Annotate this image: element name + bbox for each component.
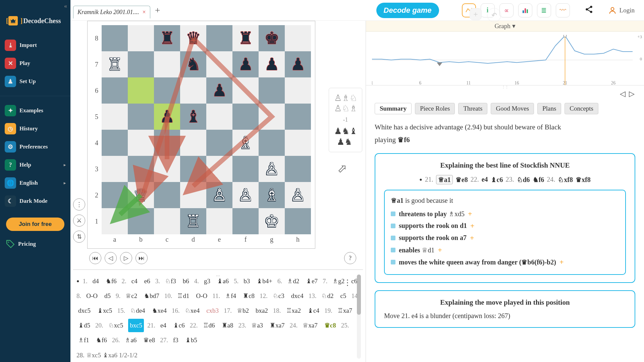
move[interactable]: ♘de4 xyxy=(128,304,147,317)
logo[interactable]: [ ] DecodeChess xyxy=(0,0,70,34)
fish-icon[interactable]: ∝ xyxy=(499,3,514,17)
move[interactable]: f3 xyxy=(171,334,180,347)
move[interactable]: bxc5 xyxy=(128,319,144,332)
square-g3[interactable]: ♙ xyxy=(259,156,285,182)
expand-icon[interactable]: + xyxy=(559,258,564,266)
move[interactable]: d4 xyxy=(91,275,101,288)
move[interactable]: ♗f1 xyxy=(76,334,91,347)
expand-icon[interactable]: + xyxy=(470,222,475,230)
square-f1[interactable] xyxy=(232,208,259,234)
square-e2[interactable]: ♙ xyxy=(206,182,232,208)
sidebar-pricing[interactable]: Pricing xyxy=(0,236,70,252)
move[interactable]: ♘xe4 xyxy=(183,304,201,317)
move[interactable]: c4 xyxy=(130,275,139,288)
nav-last-icon[interactable]: ⏭ xyxy=(136,252,148,264)
square-g7[interactable]: ♟ xyxy=(259,51,285,77)
expand-icon[interactable]: + xyxy=(470,234,474,242)
move[interactable]: g3 xyxy=(202,275,212,288)
move[interactable]: ♖xa7 xyxy=(336,304,354,317)
join-button[interactable]: Join for free xyxy=(6,218,64,231)
square-c7[interactable] xyxy=(154,51,180,77)
reason-item[interactable]: supports the rook on d1+ xyxy=(391,220,619,232)
square-d4[interactable] xyxy=(180,130,206,156)
move[interactable]: dxc4 xyxy=(289,289,305,303)
square-h7[interactable]: ♟ xyxy=(285,51,311,77)
move[interactable]: b6 xyxy=(181,275,191,288)
tab-concepts[interactable]: Concepts xyxy=(565,103,598,114)
square-h4[interactable] xyxy=(285,130,311,156)
scrollbar-thumb[interactable] xyxy=(357,275,361,315)
tab-piece-roles[interactable]: Piece Roles xyxy=(415,103,455,114)
move[interactable]: ♞bd7 xyxy=(142,289,161,303)
best-move[interactable]: ♛e8 xyxy=(455,176,468,184)
best-move[interactable]: ♘d6 xyxy=(517,176,530,184)
move[interactable]: ♝c6 xyxy=(171,319,186,332)
login-button[interactable]: Login xyxy=(608,6,635,15)
square-f8[interactable]: ♜ xyxy=(232,25,259,51)
square-e6[interactable]: ♟ xyxy=(206,77,232,104)
tab-plans[interactable]: Plans xyxy=(537,103,561,114)
best-move[interactable]: ♛xf8 xyxy=(576,176,591,184)
move[interactable]: ♞f6 xyxy=(104,275,118,288)
sidebar-language[interactable]: 🌐English▸ xyxy=(0,174,70,192)
move[interactable]: ♝b5 xyxy=(183,334,199,347)
square-f6[interactable] xyxy=(232,77,259,104)
square-d8[interactable]: ♛ xyxy=(180,25,206,51)
step-next-icon[interactable]: ▷ xyxy=(629,89,635,98)
move[interactable]: ♕a3 xyxy=(250,319,265,332)
square-a8[interactable] xyxy=(102,25,128,51)
close-icon[interactable]: × xyxy=(143,9,146,16)
nav-next-icon[interactable]: ▷ xyxy=(120,252,132,264)
best-move[interactable]: ♝c6 xyxy=(491,176,503,184)
drag-handle-icon[interactable]: ⋯ xyxy=(216,272,220,280)
square-c8[interactable]: ♜ xyxy=(154,25,180,51)
move[interactable]: ♛c8 xyxy=(323,319,338,332)
move[interactable]: ♕xa7 xyxy=(301,319,319,332)
move[interactable]: ♘c3 xyxy=(271,289,286,303)
move[interactable]: ♛e8 xyxy=(142,334,157,347)
square-h5[interactable] xyxy=(285,104,311,130)
square-b4[interactable] xyxy=(128,130,154,156)
move[interactable]: ♖xa2 xyxy=(284,304,303,317)
move[interactable]: ♕c2 xyxy=(124,289,139,303)
add-tab-button[interactable]: + xyxy=(155,5,160,16)
tab-threats[interactable]: Threats xyxy=(458,103,487,114)
move[interactable]: ♞xe4 xyxy=(150,304,168,317)
move[interactable]: ♘xc5 xyxy=(107,319,125,332)
move[interactable]: O-O xyxy=(85,289,99,303)
tab-good-moves[interactable]: Good Moves xyxy=(491,103,534,114)
square-g8[interactable]: ♚ xyxy=(259,25,285,51)
nav-first-icon[interactable]: ⏮ xyxy=(89,252,101,264)
square-b1[interactable] xyxy=(128,208,154,234)
square-a6[interactable] xyxy=(102,77,128,104)
sidebar-history[interactable]: ◷History xyxy=(0,120,70,138)
square-h8[interactable] xyxy=(285,25,311,51)
move[interactable]: ♖d6 xyxy=(201,319,217,332)
move[interactable]: ♘f3 xyxy=(163,275,178,288)
reason-item[interactable]: supports the rook on a7+ xyxy=(391,232,619,244)
square-c3[interactable] xyxy=(154,156,180,182)
sidebar-darkmode[interactable]: ☾Dark Mode xyxy=(0,192,70,210)
move[interactable]: ♜xa7 xyxy=(268,319,286,332)
expand-icon[interactable]: + xyxy=(468,209,472,218)
move[interactable]: ♜c8 xyxy=(241,289,256,303)
move[interactable]: ♘d2 xyxy=(320,289,335,303)
square-a1[interactable] xyxy=(102,208,128,234)
square-a3[interactable] xyxy=(102,156,128,182)
move[interactable]: bxa2 xyxy=(254,304,270,317)
sidebar-import[interactable]: ⤓Import xyxy=(0,36,70,54)
step-prev-icon[interactable]: ◁ xyxy=(620,89,626,98)
square-d2[interactable] xyxy=(180,182,206,208)
move[interactable]: c5 xyxy=(338,289,348,303)
square-g4[interactable] xyxy=(259,130,285,156)
board-swords-icon[interactable]: ⚔ xyxy=(73,215,85,227)
square-a2[interactable] xyxy=(102,182,128,208)
sidebar-examples[interactable]: ✦Examples xyxy=(0,102,70,120)
undo-icon[interactable]: ↶ xyxy=(487,8,501,22)
sidebar-help[interactable]: ?Help▸ xyxy=(0,156,70,174)
square-c2[interactable] xyxy=(154,182,180,208)
nav-prev-icon[interactable]: ◁ xyxy=(105,252,117,264)
square-a7[interactable]: ♖ xyxy=(102,51,128,77)
square-d3[interactable] xyxy=(180,156,206,182)
square-f7[interactable]: ♟ xyxy=(232,51,259,77)
